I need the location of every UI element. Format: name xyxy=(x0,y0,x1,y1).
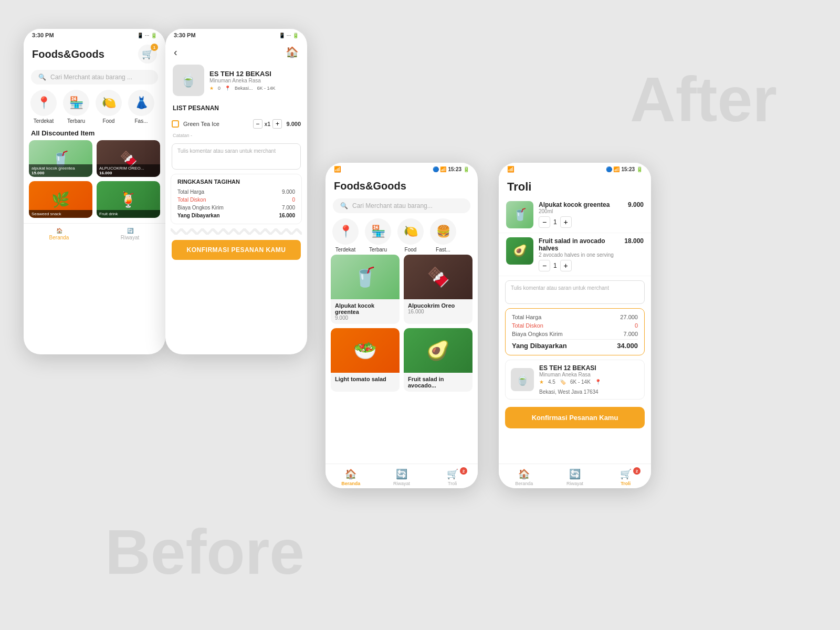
ring-val-harga: 9.000 xyxy=(282,189,295,195)
cat-food-3[interactable]: 🍋 Food xyxy=(396,218,425,253)
sum-val-harga: 27.000 xyxy=(620,314,638,320)
food-label-1: alpukat kocok greentea 15.000 xyxy=(29,164,92,177)
food-img-3a: 🥤 xyxy=(331,255,400,299)
food-card-4[interactable]: 🍹 Fruit drink xyxy=(97,181,160,218)
cart-item-2: 🥑 Fruit salad in avocado halves 2 avocad… xyxy=(499,233,651,276)
sum-row-total: Yang Dibayarkan 34.000 xyxy=(512,339,638,351)
ring-row-ongkir: Biaya Ongkos Kirim 7.000 xyxy=(177,204,295,212)
cart-item-details-2: Fruit salad in avocado halves 2 avocado … xyxy=(539,237,619,271)
qty-val-cart-1: 1 xyxy=(553,218,557,226)
food-card-2[interactable]: 🍫 ALPUCOKRIM OREO... 16.000 xyxy=(97,140,160,177)
phone-after-home: 📶 🔵 📶 15:23 🔋 Foods&Goods 🔍 Cari Merchan… xyxy=(326,163,478,488)
app-header-3: Foods&Goods xyxy=(326,176,478,196)
cat-icon-food: 🍋 xyxy=(96,90,122,116)
cat-fast-3[interactable]: 🍔 Fast... xyxy=(428,218,458,253)
cat-icon-food-3: 🍋 xyxy=(397,218,424,245)
food-price-2: 16.000 xyxy=(99,171,158,175)
qty-plus-1[interactable]: + xyxy=(272,119,282,129)
back-button-2[interactable]: ‹ xyxy=(174,46,177,58)
ring-row-harga: Total Harga 9.000 xyxy=(177,188,295,196)
time-4: 📶 xyxy=(507,166,514,173)
merchant-card-info-4: ES TEH 12 BEKASI Minuman Aneka Rasa ★ 4.… xyxy=(539,364,639,395)
note-text-2: Catatan - xyxy=(165,133,307,140)
price-icon-4: 🏷️ xyxy=(560,379,566,385)
sum-label-ongkir: Biaya Ongkos Kirim xyxy=(512,331,563,337)
sum-label-harga: Total Harga xyxy=(512,314,541,320)
nav-troli-4[interactable]: 🛒 2 Troli xyxy=(600,468,651,486)
ring-label-total: Yang Dibayarkan xyxy=(177,213,220,218)
ring-val-ongkir: 7.000 xyxy=(282,205,295,211)
qty-plus-cart-1[interactable]: + xyxy=(560,216,572,228)
search-bar-3[interactable]: 🔍 Cari Merchant atau barang... xyxy=(333,198,470,213)
qty-ctrl-1: − x1 + xyxy=(253,119,282,129)
cart-item-sub-2: 2 avocado halves in one serving xyxy=(539,252,619,258)
food-card-1[interactable]: 🥤 alpukat kocok greentea 15.000 xyxy=(29,140,92,177)
cat-food[interactable]: 🍋 Food xyxy=(94,90,123,124)
confirm-button-2[interactable]: KONFIRMASI PESANAN KAMU xyxy=(172,240,301,260)
cat-terbaru[interactable]: 🏪 Terbaru xyxy=(61,90,91,124)
cart-item-price-1: 9.000 xyxy=(628,201,644,208)
nav-riwayat-icon-3: 🔄 xyxy=(396,468,407,480)
cat-terdekat-3[interactable]: 📍 Terdekat xyxy=(331,218,360,253)
food-name-4: Fruit drink xyxy=(99,212,158,216)
order-checkbox-1[interactable] xyxy=(172,120,179,128)
cat-fas[interactable]: 👗 Fas... xyxy=(127,90,156,124)
confirm-button-4[interactable]: Konfirmasi Pesanan Kamu xyxy=(505,407,645,428)
food-card-3d[interactable]: 🥑 Fruit salad in avocado... xyxy=(404,328,472,392)
qty-minus-cart-1[interactable]: − xyxy=(539,216,550,228)
food-price-3b: 16.000 xyxy=(408,309,468,314)
food-card-3a[interactable]: 🥤 Alpukat kocok greentea 9.000 xyxy=(331,255,400,324)
food-info-3a: Alpukat kocok greentea 9.000 xyxy=(331,299,400,324)
bottom-nav-1: 🏠 Beranda 🔄 Riwayat xyxy=(24,223,165,243)
nav-riwayat-3[interactable]: 🔄 Riwayat xyxy=(376,468,427,486)
cat-label-terbaru-3: Terbaru xyxy=(369,247,387,253)
food-name-3b: Alpucokrim Oreo xyxy=(408,302,468,309)
wavy-divider-2 xyxy=(171,228,302,235)
cart-item-sub-1: 200ml xyxy=(539,208,623,214)
qty-minus-cart-2[interactable]: − xyxy=(539,260,550,271)
nav-troli-3[interactable]: 🛒 2 Troli xyxy=(427,468,478,486)
cat-icon-terdekat-3: 📍 xyxy=(332,218,359,245)
nav-beranda-3[interactable]: 🏠 Beranda xyxy=(326,468,376,486)
nav-beranda-1[interactable]: 🏠 Beranda xyxy=(24,228,94,240)
cat-terbaru-3[interactable]: 🏪 Terbaru xyxy=(363,218,393,253)
food-name-3: Seaweed snack xyxy=(32,212,90,216)
sum-val-total: 34.000 xyxy=(617,342,638,350)
merchant-card-name-4: ES TEH 12 BEKASI xyxy=(539,364,639,372)
ring-label-harga: Total Harga xyxy=(177,189,204,195)
cat-label-terdekat: Terdekat xyxy=(34,118,54,124)
bottom-nav-3: 🏠 Beranda 🔄 Riwayat 🛒 2 Troli xyxy=(326,464,478,488)
merchant-img-2: 🍵 xyxy=(173,65,204,96)
nav-beranda-label-1: Beranda xyxy=(49,235,69,240)
food-price-3a: 9.000 xyxy=(335,315,395,321)
qty-minus-1[interactable]: − xyxy=(253,119,262,129)
ring-label-diskon: Total Diskon xyxy=(177,197,206,203)
nav-troli-badge-3: 2 xyxy=(460,467,467,475)
food-card-3b[interactable]: 🍫 Alpucokrim Oreo 16.000 xyxy=(404,255,472,324)
food-label-4: Fruit drink xyxy=(97,210,160,218)
sum-row-diskon: Total Diskon 0 xyxy=(512,321,638,330)
comment-box-2[interactable]: Tulis komentar atau saran untuk merchant xyxy=(172,143,301,170)
cat-icon-terbaru: 🏪 xyxy=(63,90,89,116)
merchant-sub-2: Minuman Aneka Rasa xyxy=(209,78,300,83)
cat-terdekat[interactable]: 📍 Terdekat xyxy=(29,90,58,124)
nav-home-icon-4: 🏠 xyxy=(518,468,530,480)
cat-icon-fas: 👗 xyxy=(128,90,154,116)
qty-plus-cart-2[interactable]: + xyxy=(560,260,572,271)
nav-riwayat-1[interactable]: 🔄 Riwayat xyxy=(94,228,165,240)
food-card-3[interactable]: 🌿 Seaweed snack xyxy=(29,181,92,218)
comment-box-4[interactable]: Tulis komentar atau saran untuk merchant xyxy=(505,280,645,304)
food-card-3c[interactable]: 🥗 Light tomato salad xyxy=(331,328,400,392)
cat-icon-terbaru-3: 🏪 xyxy=(365,218,391,245)
home-button-2[interactable]: 🏠 xyxy=(286,46,299,58)
search-bar-1[interactable]: 🔍 Cari Merchant atau barang ... xyxy=(31,70,158,85)
phone-after-cart: 📶 🔵 📶 15:23 🔋 Troli 🥤 Alpukat kocok gree… xyxy=(499,163,651,488)
bottom-nav-4: 🏠 Beranda 🔄 Riwayat 🛒 2 Troli xyxy=(499,464,651,488)
food-info-3c: Light tomato salad xyxy=(331,373,400,385)
ringkasan-2: RINGKASAN TAGIHAN Total Harga 9.000 Tota… xyxy=(171,174,302,224)
nav-riwayat-4[interactable]: 🔄 Riwayat xyxy=(550,468,601,486)
nav-beranda-4[interactable]: 🏠 Beranda xyxy=(499,468,550,486)
sum-label-total: Yang Dibayarkan xyxy=(512,342,567,350)
cart-button-1[interactable]: 🛒 1 xyxy=(138,45,157,64)
food-img-3c: 🥗 xyxy=(331,328,400,373)
